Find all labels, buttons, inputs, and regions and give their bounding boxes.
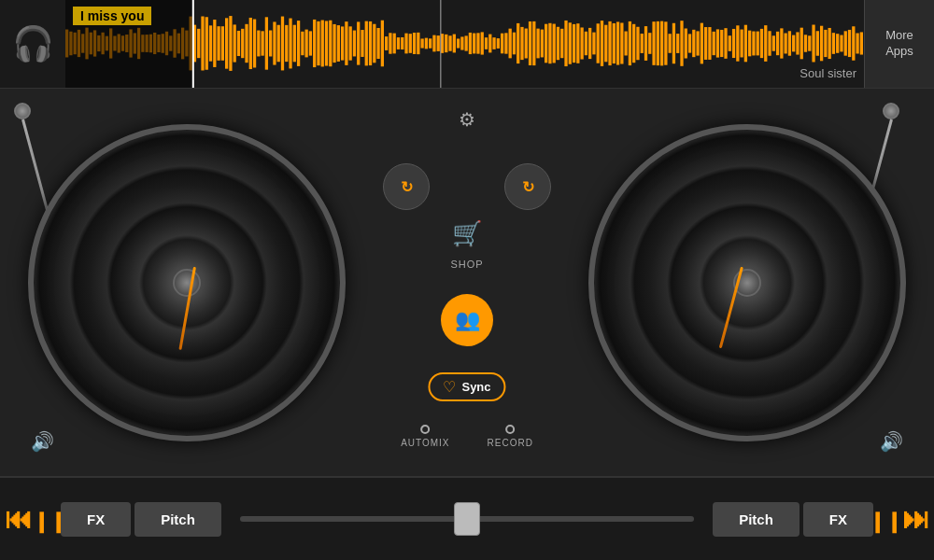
right-turntable[interactable] — [588, 124, 906, 441]
headphone-icon: 🎧 — [12, 24, 54, 63]
record-control: RECORD — [488, 425, 533, 448]
left-speaker-icon: 🔊 — [23, 431, 62, 452]
left-arm-pivot — [14, 103, 31, 119]
right-arm-pivot — [883, 103, 899, 119]
gear-button[interactable]: ⚙ — [450, 103, 484, 136]
right-fx-button[interactable]: FX — [803, 502, 873, 537]
left-loop-button[interactable]: ↻ — [383, 163, 430, 210]
more-apps-button[interactable]: MoreApps — [864, 0, 934, 88]
left-fx-button[interactable]: FX — [61, 502, 131, 537]
shop-button[interactable]: 🛒 — [444, 210, 490, 257]
left-turntable-wrap: 🔊 — [0, 89, 374, 476]
shop-area: 🛒 SHOP — [444, 210, 490, 270]
crossfader-area — [221, 516, 713, 522]
main-area: 🔊 ⚙ ↻ ↻ 🛒 SHOP 👥 — [0, 89, 934, 476]
sync-button[interactable]: ♡ Sync — [428, 372, 505, 401]
waveform-area: I miss you Soul sister — [65, 0, 864, 88]
right-play-icon: ❙❙⏭ — [869, 503, 930, 535]
automix-dot[interactable] — [420, 425, 430, 434]
waveform-canvas — [65, 0, 864, 88]
sync-label: Sync — [461, 380, 490, 394]
automix-label: AUTOMIX — [401, 438, 449, 448]
automix-control: AUTOMIX — [401, 425, 449, 448]
left-volume-icon[interactable]: 🔊 — [23, 430, 62, 453]
crossfader-thumb[interactable] — [454, 502, 480, 536]
shop-label: SHOP — [450, 259, 483, 270]
right-pitch-button[interactable]: Pitch — [713, 502, 800, 537]
left-pitch-button[interactable]: Pitch — [134, 502, 221, 537]
left-turntable-center — [173, 269, 201, 297]
left-play-button[interactable]: ⏮❙❙ — [9, 494, 61, 545]
right-turntable-wrap: 🔊 — [560, 89, 934, 476]
right-loop-button[interactable]: ↻ — [504, 163, 551, 210]
center-controls: ⚙ ↻ ↻ 🛒 SHOP 👥 ♡ Sync — [374, 89, 560, 476]
sync-area: ♡ Sync — [428, 372, 505, 401]
left-controls: FX Pitch — [61, 502, 221, 537]
shop-cart-icon: 🛒 — [452, 219, 482, 248]
more-apps-label: MoreApps — [885, 28, 913, 60]
left-loop-icon: ↻ — [401, 178, 413, 196]
gear-icon: ⚙ — [459, 108, 475, 131]
right-loop-icon: ↻ — [522, 178, 534, 196]
sync-wave-icon: ♡ — [443, 378, 456, 396]
bottom-bar: ⏮❙❙ FX Pitch Pitch FX ❙❙⏭ — [0, 476, 934, 560]
record-dot[interactable] — [505, 425, 515, 434]
crossfader-track[interactable] — [240, 516, 694, 522]
top-bar: 🎧 I miss you Soul sister MoreApps — [0, 0, 934, 89]
right-speaker-icon: 🔊 — [872, 431, 911, 452]
left-play-icon: ⏮❙❙ — [5, 503, 66, 535]
social-button[interactable]: 👥 — [441, 294, 493, 346]
left-turntable[interactable] — [28, 124, 346, 441]
automix-record-area: AUTOMIX RECORD — [401, 425, 533, 448]
right-play-button[interactable]: ❙❙⏭ — [873, 494, 925, 545]
track-title[interactable]: I miss you — [73, 7, 151, 25]
right-needle — [719, 267, 743, 349]
track-subtitle: Soul sister — [800, 66, 856, 80]
headphone-icon-wrap: 🎧 — [0, 0, 65, 88]
record-label: RECORD — [488, 438, 533, 448]
right-volume-icon[interactable]: 🔊 — [872, 430, 911, 453]
right-controls: Pitch FX — [713, 502, 873, 537]
social-icon: 👥 — [455, 308, 480, 332]
